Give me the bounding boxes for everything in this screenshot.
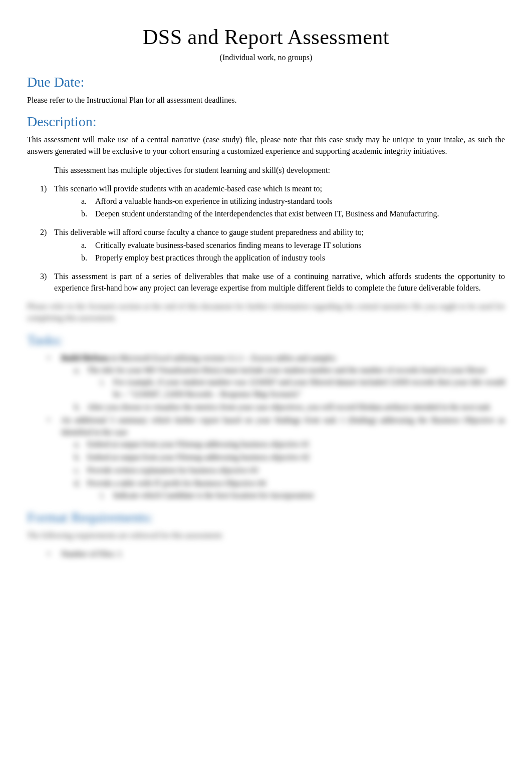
task-2a: Embed at output from your Filemap addres… bbox=[74, 438, 505, 450]
task-1a-roman: For example, if your student number was … bbox=[100, 376, 505, 400]
objective-1b: Deepen student understanding of the inte… bbox=[81, 208, 505, 219]
objective-3-text: This assessment is part of a series of d… bbox=[54, 272, 505, 292]
due-date-heading: Due Date: bbox=[27, 74, 505, 90]
due-date-text: Please refer to the Instructional Plan f… bbox=[27, 94, 505, 106]
scenario-note: Please refer to the Scenario section at … bbox=[27, 301, 505, 324]
task-1-rest: in Microsoft Excel utilizing version 3.1… bbox=[109, 354, 336, 362]
task-2d: Provide a table with IT profit for Busin… bbox=[74, 477, 505, 501]
tasks-list: Build fileData in Microsoft Excel utiliz… bbox=[47, 352, 505, 501]
objectives-list: This scenario will provide students with… bbox=[40, 183, 505, 294]
format-item-1: Number of Files: 1 bbox=[47, 548, 505, 560]
task-1a: The title for your MS Visualization file… bbox=[74, 364, 505, 400]
objective-2-text: This deliverable will afford course facu… bbox=[54, 228, 364, 236]
tasks-heading: Tasks: bbox=[27, 332, 505, 348]
description-heading: Description: bbox=[27, 114, 505, 130]
objective-1: This scenario will provide students with… bbox=[40, 183, 505, 220]
task-1-sub: The title for your MS Visualization file… bbox=[74, 364, 505, 413]
task-1b: After you choose to visualize the metric… bbox=[74, 401, 505, 413]
blurred-content: Please refer to the Scenario section at … bbox=[27, 301, 505, 560]
subtitle: (Individual work, no groups) bbox=[27, 53, 505, 62]
objective-1-sublist: Afford a valuable hands-on experience in… bbox=[81, 195, 505, 219]
objective-1-text: This scenario will provide students with… bbox=[54, 184, 322, 193]
task-2c: Provide written explanation for business… bbox=[74, 464, 505, 476]
objective-1a: Afford a valuable hands-on experience in… bbox=[81, 195, 505, 207]
objective-2-sublist: Critically evaluate business-based scena… bbox=[81, 239, 505, 264]
format-intro: The following requirements are enforced … bbox=[27, 530, 505, 541]
format-heading: Format Requirements: bbox=[27, 509, 505, 526]
objective-2: This deliverable will afford course facu… bbox=[40, 226, 505, 264]
task-2-sub: Embed at output from your Filemap addres… bbox=[74, 438, 505, 501]
objective-2b: Properly employ best practices through t… bbox=[81, 252, 505, 264]
task-1-bold: Build fileData bbox=[61, 354, 109, 362]
task-1a-i: For example, if your student number was … bbox=[100, 376, 505, 400]
description-intro: This assessment will make use of a centr… bbox=[27, 134, 505, 157]
objective-3: This assessment is part of a series of d… bbox=[40, 271, 505, 294]
objectives-intro: This assessment has multiple objectives … bbox=[54, 164, 505, 176]
format-list: Number of Files: 1 bbox=[47, 548, 505, 560]
task-1: Build fileData in Microsoft Excel utiliz… bbox=[47, 352, 505, 413]
task-2-text: An additional 5 summary which further re… bbox=[61, 416, 505, 436]
task-2: An additional 5 summary which further re… bbox=[47, 414, 505, 501]
page-title: DSS and Report Assessment bbox=[27, 25, 505, 49]
task-2b: Embed at output from your Filemap addres… bbox=[74, 451, 505, 463]
task-2d-roman: Indicate which Candidate is the best loc… bbox=[100, 489, 505, 501]
task-2d-i: Indicate which Candidate is the best loc… bbox=[100, 489, 505, 501]
objective-2a: Critically evaluate business-based scena… bbox=[81, 239, 505, 251]
